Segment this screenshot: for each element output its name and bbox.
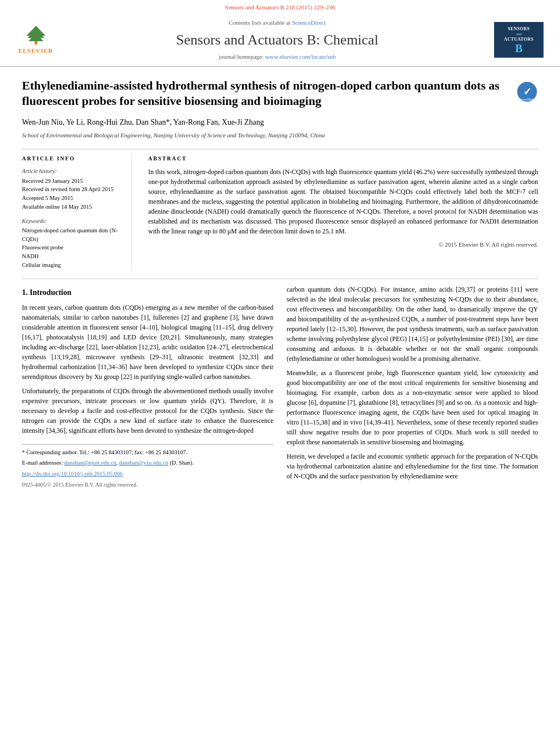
issn-line: 0925-4005/© 2015 Elsevier B.V. All right… — [22, 481, 273, 489]
article-content: Ethylenediamine-assisted hydrothermal sy… — [0, 67, 560, 502]
right-p1: carbon quantum dots (N-CQDs). For instan… — [287, 284, 538, 364]
email-line: E-mail addresses: danshan@njust.edu.cn, … — [22, 459, 273, 467]
email-suffix: (D. Shan). — [170, 460, 193, 466]
history-label: Article history: — [22, 167, 120, 175]
homepage-url[interactable]: www.elsevier.com/locate/snb — [265, 53, 336, 60]
right-p2: Meanwhile, as a fluorescent probe, high … — [287, 368, 538, 447]
elsevier-wordmark: ELSEVIER — [18, 47, 53, 55]
intro-p2: Unfortunately, the preparations of CQDs … — [22, 386, 273, 436]
journal-citation: Sensors and Actuators B 218 (2015) 229–2… — [225, 4, 335, 10]
keyword-1: Nitrogen-doped carbon quantum dots (N-CQ… — [22, 226, 120, 244]
journal-homepage: journal homepage: www.elsevier.com/locat… — [60, 53, 494, 62]
journal-name: Sensors and Actuators B: Chemical — [60, 30, 494, 51]
abstract-text: In this work, nitrogen-doped carbon quan… — [148, 167, 538, 236]
copyright: © 2015 Elsevier B.V. All rights reserved… — [148, 241, 538, 249]
article-info-heading: ARTICLE INFO — [22, 155, 120, 163]
journal-citation-bar: Sensors and Actuators B 218 (2015) 229–2… — [0, 0, 560, 14]
introduction-heading: 1. Introduction — [22, 287, 273, 298]
right-p3: Herein, we developed a facile and econom… — [287, 451, 538, 481]
and-text: and — [516, 32, 522, 37]
footnote-section: * Corresponding author. Tel.: +86 25 843… — [22, 444, 273, 489]
received-revised-date: Received in revised form 28 April 2015 — [22, 185, 120, 194]
elsevier-logo: ELSEVIER — [11, 24, 60, 57]
body-col-right: carbon quantum dots (N-CQDs). For instan… — [287, 284, 538, 491]
body-col-left: 1. Introduction In recent years, carbon … — [22, 284, 273, 491]
accepted-date: Accepted 5 May 2015 — [22, 194, 120, 203]
info-abstract-section: ARTICLE INFO Article history: Received 2… — [22, 155, 538, 270]
sensors-actuators-logo: SENSORS and ACTUATORS B — [494, 22, 544, 58]
corresponding-note: * Corresponding author. Tel.: +86 25 843… — [22, 448, 273, 457]
journal-title-block: Contents lists available at ScienceDirec… — [60, 19, 494, 62]
keywords-label: Keywords: — [22, 217, 120, 225]
svg-text:✓: ✓ — [523, 86, 531, 97]
crossmark-logo: ✓ CrossMark — [516, 81, 538, 103]
doi-line: http://dx.doi.org/10.1016/j.snb.2015.05.… — [22, 470, 273, 478]
doi-link[interactable]: http://dx.doi.org/10.1016/j.snb.2015.05.… — [22, 471, 122, 477]
elsevier-tree-icon — [21, 25, 51, 46]
keyword-2: Fluorescent probe — [22, 243, 120, 252]
keyword-4: Cellular imaging — [22, 261, 120, 270]
email-label: E-mail addresses: — [22, 460, 63, 466]
body-columns: 1. Introduction In recent years, carbon … — [22, 284, 538, 491]
title-row: Ethylenediamine-assisted hydrothermal sy… — [22, 78, 538, 109]
svg-text:CrossMark: CrossMark — [519, 98, 535, 101]
affiliation: School of Environmental and Biological E… — [22, 131, 538, 140]
email-2[interactable]: danshan@yzu.edu.cn — [119, 460, 169, 466]
available-date: Available online 14 May 2015 — [22, 203, 120, 211]
abstract-block: ABSTRACT In this work, nitrogen-doped ca… — [148, 155, 538, 270]
sensors-text: SENSORS — [508, 26, 530, 32]
keywords-block: Keywords: Nitrogen-doped carbon quantum … — [22, 217, 120, 270]
b-label: B — [515, 43, 522, 54]
intro-p1: In recent years, carbon quantum dots (CQ… — [22, 303, 273, 382]
intro-body-right: carbon quantum dots (N-CQDs). For instan… — [287, 284, 538, 481]
received-date: Received 29 January 2015 — [22, 177, 120, 186]
divider-1 — [22, 149, 538, 149]
authors: Wen-Jun Niu, Ye Li, Rong-Hui Zhu, Dan Sh… — [22, 117, 538, 128]
divider-2 — [22, 278, 538, 279]
sciencedirect-link[interactable]: ScienceDirect — [292, 19, 326, 26]
article-info: ARTICLE INFO Article history: Received 2… — [22, 155, 132, 270]
article-title: Ethylenediamine-assisted hydrothermal sy… — [22, 78, 505, 109]
keyword-3: NADH — [22, 252, 120, 261]
email-1[interactable]: danshan@njust.edu.cn — [64, 460, 116, 466]
journal-header: ELSEVIER Contents lists available at Sci… — [0, 14, 560, 67]
contents-line: Contents lists available at ScienceDirec… — [60, 19, 494, 27]
intro-body-left: In recent years, carbon quantum dots (CQ… — [22, 303, 273, 436]
abstract-heading: ABSTRACT — [148, 155, 538, 163]
